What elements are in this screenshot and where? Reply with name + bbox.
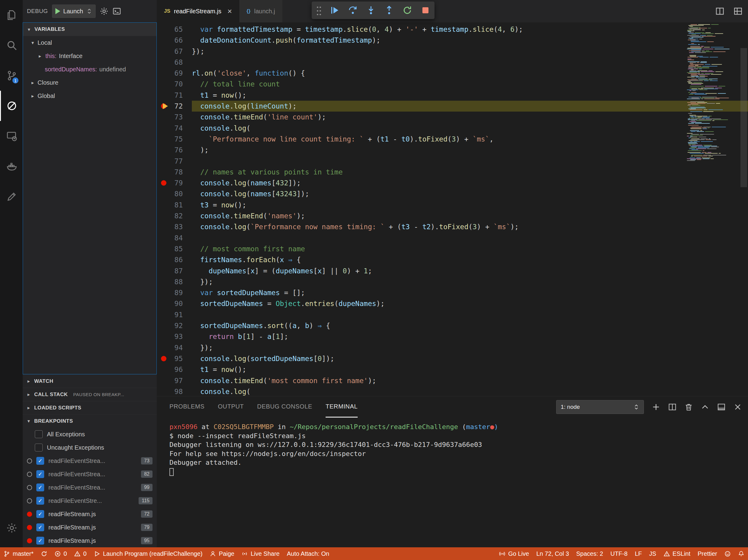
code-line-85[interactable]: 85 // most common first name <box>157 243 748 254</box>
breakpoints-section-header[interactable]: ▾ BREAKPOINTS <box>23 414 157 428</box>
code-line-94[interactable]: 94 }); <box>157 342 748 353</box>
breakpoint-gutter[interactable] <box>157 211 173 221</box>
status-item-js[interactable]: JS <box>646 547 660 560</box>
code-line-80[interactable]: 80 console.log(names[43243]); <box>157 188 748 199</box>
panel-tab-output[interactable]: OUTPUT <box>218 396 244 418</box>
code-line-71[interactable]: 71 t1 = now(); <box>157 90 748 101</box>
status-item-live-share[interactable]: Live Share <box>238 547 283 560</box>
code-text[interactable] <box>192 57 748 68</box>
code-text[interactable]: console.log(sortedDupeNames[0]); <box>192 353 748 364</box>
breakpoint-gutter[interactable] <box>157 79 173 90</box>
edit-session-icon[interactable] <box>0 181 23 212</box>
breakpoint-gutter[interactable] <box>157 364 173 375</box>
code-line-96[interactable]: 96 t1 = now(); <box>157 364 748 375</box>
breakpoint-list-item[interactable]: ✓readFileEventStre...115 <box>23 494 157 507</box>
code-line-74[interactable]: 74 console.log( <box>157 123 748 133</box>
breakpoint-list-item[interactable]: ✓readFileEventStrea...82 <box>23 467 157 481</box>
code-text[interactable]: // most common first name <box>192 243 748 254</box>
code-line-91[interactable]: 91 <box>157 309 748 320</box>
status-item-master[interactable]: master* <box>0 547 37 560</box>
code-text[interactable]: var sortedDupeNames = []; <box>192 287 748 298</box>
settings-gear-icon[interactable] <box>0 513 23 543</box>
status-item-ln-72-col-3[interactable]: Ln 72, Col 3 <box>533 547 572 560</box>
breakpoint-gutter[interactable] <box>157 112 173 122</box>
variable-sortedDupeNames[interactable]: sortedDupeNames: undefined <box>23 63 157 76</box>
code-text[interactable]: t3 = now(); <box>192 200 748 211</box>
terminal-instance-dropdown[interactable]: 1: node <box>556 400 644 414</box>
breakpoint-gutter[interactable] <box>157 133 173 145</box>
explorer-icon[interactable] <box>0 0 23 30</box>
stepout-button[interactable] <box>384 5 394 15</box>
code-line-92[interactable]: 92 sortedDupeNames.sort((a, b) ⇒ { <box>157 320 748 331</box>
breakpoint-gutter[interactable] <box>157 177 173 188</box>
code-line-77[interactable]: 77 <box>157 156 748 167</box>
status-item-0[interactable]: 0 <box>51 547 70 560</box>
editor-scrollbar[interactable] <box>740 22 748 396</box>
code-text[interactable]: console.log(lineCount); <box>192 101 748 112</box>
breakpoint-list-item[interactable]: ✓readFileEventStrea...73 <box>23 454 157 467</box>
breakpoint-gutter[interactable] <box>157 101 173 112</box>
editor-layout-icon[interactable] <box>733 7 743 16</box>
call-stack-section-header[interactable]: ▸ CALL STACK PAUSED ON BREAKP... <box>23 388 157 401</box>
breakpoint-gutter[interactable] <box>157 353 173 364</box>
debug-console-icon[interactable] <box>113 7 121 16</box>
search-icon[interactable] <box>0 30 23 60</box>
panel-position-icon[interactable] <box>717 403 726 411</box>
launch-config-dropdown[interactable]: Launch <box>52 4 96 18</box>
drag-handle-icon[interactable] <box>316 5 321 16</box>
tab-launch-json[interactable]: {} launch.j <box>239 0 282 22</box>
status-item-paige[interactable]: Paige <box>206 547 238 560</box>
code-text[interactable] <box>192 156 748 167</box>
status-item-lf[interactable]: LF <box>631 547 646 560</box>
code-text[interactable]: firstNames.forEach(x ⇒ { <box>192 254 748 265</box>
stop-button[interactable] <box>421 5 430 15</box>
code-line-69[interactable]: 69rl.on('close', function() { <box>157 68 748 79</box>
code-text[interactable]: console.log( <box>192 386 748 396</box>
new-terminal-icon[interactable] <box>652 403 660 411</box>
scrollbar-thumb[interactable] <box>741 48 747 187</box>
breakpoint-gutter[interactable] <box>157 254 173 265</box>
variables-section-header[interactable]: ▾ VARIABLES <box>23 23 157 36</box>
code-line-86[interactable]: 86 firstNames.forEach(x ⇒ { <box>157 254 748 265</box>
code-text[interactable]: ); <box>192 145 748 155</box>
status-item-sync[interactable] <box>37 547 51 560</box>
status-item-prettier[interactable]: Prettier <box>694 547 721 560</box>
code-editor[interactable]: 65 var formattedTimestamp = timestamp.sl… <box>157 22 748 396</box>
continue-button[interactable] <box>330 5 340 15</box>
code-line-65[interactable]: 65 var formattedTimestamp = timestamp.sl… <box>157 24 748 35</box>
variable-this[interactable]: ▸ this: Interface <box>23 49 157 63</box>
breakpoint-gutter[interactable] <box>157 331 173 342</box>
breakpoint-checkbox[interactable]: ✓ <box>36 537 44 544</box>
code-text[interactable]: }); <box>192 342 748 353</box>
remote-window-icon[interactable] <box>0 121 23 151</box>
code-line-89[interactable]: 89 var sortedDupeNames = []; <box>157 287 748 298</box>
status-item-smiley[interactable] <box>721 547 734 560</box>
code-text[interactable]: }); <box>192 46 748 57</box>
code-text[interactable]: sortedDupeNames = Object.entries(dupeNam… <box>192 298 748 309</box>
status-item-0[interactable]: 0 <box>70 547 90 560</box>
watch-section-header[interactable]: ▸ WATCH <box>23 374 157 388</box>
breakpoint-gutter[interactable] <box>157 386 173 396</box>
code-line-68[interactable]: 68 <box>157 57 748 68</box>
status-item-auto-attach-on[interactable]: Auto Attach: On <box>283 547 333 560</box>
code-text[interactable]: console.log( <box>192 123 748 133</box>
breakpoint-gutter[interactable] <box>157 156 173 167</box>
code-line-81[interactable]: 81 t3 = now(); <box>157 200 748 211</box>
loaded-scripts-section-header[interactable]: ▸ LOADED SCRIPTS <box>23 401 157 414</box>
code-line-82[interactable]: 82 console.timeEnd('names'); <box>157 211 748 221</box>
scope-closure[interactable]: ▸ Closure <box>23 76 157 89</box>
code-text[interactable]: // names at various points in time <box>192 167 748 177</box>
breakpoint-gutter[interactable] <box>157 375 173 386</box>
breakpoint-gutter[interactable] <box>157 35 173 46</box>
code-line-90[interactable]: 90 sortedDupeNames = Object.entries(dupe… <box>157 298 748 309</box>
code-text[interactable] <box>192 309 748 320</box>
breakpoint-checkbox[interactable]: ✓ <box>36 470 44 478</box>
configure-gear-icon[interactable] <box>100 7 108 16</box>
tab-readfilestream-js[interactable]: JS readFileStream.js × <box>157 0 239 22</box>
breakpoint-gutter[interactable] <box>157 243 173 254</box>
code-line-70[interactable]: 70 // total line count <box>157 79 748 90</box>
breakpoint-checkbox[interactable]: ✓ <box>36 524 44 531</box>
stepover-button[interactable] <box>348 5 358 15</box>
code-line-87[interactable]: 87 dupeNames[x] = (dupeNames[x] || 0) + … <box>157 266 748 276</box>
status-item-spaces-2[interactable]: Spaces: 2 <box>572 547 607 560</box>
